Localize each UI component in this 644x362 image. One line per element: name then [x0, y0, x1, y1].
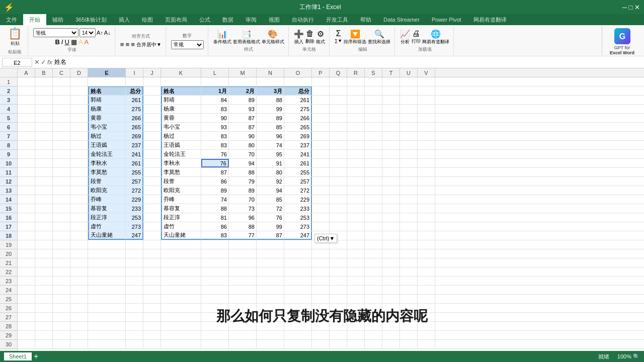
- cell-I20[interactable]: [126, 249, 143, 258]
- cell-A27[interactable]: [18, 313, 35, 321]
- window-buttons[interactable]: ─ □ ✕: [622, 4, 640, 11]
- cell-T8[interactable]: [382, 141, 400, 149]
- cell-O21[interactable]: [284, 258, 312, 267]
- cell-K9[interactable]: 金轮法王: [161, 150, 201, 158]
- cell-A18[interactable]: [18, 231, 35, 240]
- col-header-D[interactable]: D: [70, 68, 88, 77]
- cell-L27[interactable]: [201, 313, 229, 321]
- cell-B2[interactable]: [35, 86, 53, 95]
- number-format-select[interactable]: 常规: [171, 40, 204, 49]
- cell-K17[interactable]: 虚竹: [161, 222, 201, 231]
- cell-A14[interactable]: [18, 195, 35, 204]
- cell-A25[interactable]: [18, 295, 35, 303]
- cell-B24[interactable]: [35, 286, 53, 294]
- cell-L29[interactable]: [201, 331, 229, 339]
- cell-O15[interactable]: 233: [284, 204, 312, 213]
- cell-V11[interactable]: [418, 168, 435, 176]
- cell-U15[interactable]: [400, 204, 418, 213]
- bold-button[interactable]: B: [55, 38, 59, 46]
- cell-I25[interactable]: [126, 295, 143, 303]
- cell-V5[interactable]: [418, 114, 435, 122]
- cell-C14[interactable]: [53, 195, 70, 204]
- cell-S5[interactable]: [365, 114, 382, 122]
- cell-V15[interactable]: [418, 204, 435, 213]
- cell-P29[interactable]: [312, 331, 330, 339]
- cell-K16[interactable]: 段正淳: [161, 213, 201, 222]
- cell-P4[interactable]: [312, 105, 330, 113]
- cell-L12[interactable]: 86: [201, 177, 229, 186]
- cell-P15[interactable]: [312, 204, 330, 213]
- autosum-button[interactable]: Σ ∑▼: [335, 29, 342, 45]
- cell-I12[interactable]: 257: [126, 177, 143, 186]
- ribbon-tab-文件[interactable]: 文件: [0, 14, 23, 25]
- cell-B27[interactable]: [35, 313, 53, 321]
- cell-C8[interactable]: [53, 141, 70, 149]
- cell-O11[interactable]: 255: [284, 168, 312, 176]
- cell-A12[interactable]: [18, 177, 35, 186]
- cell-B8[interactable]: [35, 141, 53, 149]
- cell-I24[interactable]: [126, 286, 143, 294]
- cell-M14[interactable]: 70: [229, 195, 257, 204]
- cell-N25[interactable]: [257, 295, 284, 303]
- cell-N24[interactable]: [257, 286, 284, 294]
- cell-S2[interactable]: [365, 86, 382, 95]
- confirm-icon[interactable]: ✓: [41, 58, 46, 66]
- cell-R17[interactable]: [347, 222, 365, 231]
- cell-S30[interactable]: [365, 340, 382, 348]
- cell-R1[interactable]: [347, 77, 365, 86]
- cell-C18[interactable]: [53, 231, 70, 240]
- row-num-5[interactable]: 5: [0, 114, 17, 123]
- cell-L19[interactable]: [201, 240, 229, 249]
- cell-B1[interactable]: [35, 77, 53, 86]
- cell-A15[interactable]: [18, 204, 35, 213]
- cell-O25[interactable]: [284, 295, 312, 303]
- cell-V14[interactable]: [418, 195, 435, 204]
- cell-L7[interactable]: 83: [201, 132, 229, 140]
- cell-Q8[interactable]: [330, 141, 347, 149]
- cell-S22[interactable]: [365, 267, 382, 276]
- merge-button[interactable]: 合并居中▼: [136, 41, 162, 48]
- cell-E12[interactable]: 段誉: [88, 177, 126, 186]
- cell-A5[interactable]: [18, 114, 35, 122]
- cell-E14[interactable]: 乔峰: [88, 195, 126, 204]
- print-button[interactable]: 🖨 打印: [412, 29, 421, 45]
- cell-T19[interactable]: [382, 240, 400, 249]
- cell-O4[interactable]: 275: [284, 105, 312, 113]
- ribbon-tab-公式[interactable]: 公式: [193, 14, 216, 25]
- cell-M6[interactable]: 87: [229, 123, 257, 131]
- align-right-button[interactable]: ≡: [131, 41, 135, 48]
- cell-N21[interactable]: [257, 258, 284, 267]
- cell-S16[interactable]: [365, 213, 382, 222]
- cell-R30[interactable]: [347, 340, 365, 348]
- cell-D26[interactable]: [70, 304, 88, 312]
- cell-D20[interactable]: [70, 249, 88, 258]
- cell-Q24[interactable]: [330, 286, 347, 294]
- cell-Q12[interactable]: [330, 177, 347, 186]
- ribbon-tab-帮助[interactable]: 帮助: [354, 14, 377, 25]
- cell-D6[interactable]: [70, 123, 88, 131]
- cell-O24[interactable]: [284, 286, 312, 294]
- cell-N3[interactable]: 88: [257, 96, 284, 104]
- cell-A30[interactable]: [18, 340, 35, 348]
- cell-C11[interactable]: [53, 168, 70, 176]
- cell-R29[interactable]: [347, 331, 365, 339]
- cell-E16[interactable]: 段正淳: [88, 213, 126, 222]
- cell-I8[interactable]: 237: [126, 141, 143, 149]
- cell-E6[interactable]: 韦小宝: [88, 123, 126, 131]
- cell-E3[interactable]: 郭靖: [88, 96, 126, 104]
- cell-A7[interactable]: [18, 132, 35, 140]
- insert-cells-button[interactable]: ➕ 插入: [294, 29, 304, 45]
- cell-B10[interactable]: [35, 159, 53, 167]
- cell-R22[interactable]: [347, 267, 365, 276]
- cell-T27[interactable]: [382, 313, 400, 321]
- cell-S17[interactable]: [365, 222, 382, 231]
- sort-filter-button[interactable]: 🔽 排序和筛选: [344, 29, 366, 45]
- cell-V20[interactable]: [418, 249, 435, 258]
- cell-L28[interactable]: [201, 322, 229, 330]
- cell-D5[interactable]: [70, 114, 88, 122]
- cell-V10[interactable]: [418, 159, 435, 167]
- cell-C30[interactable]: [53, 340, 70, 348]
- row-num-27[interactable]: 27: [0, 313, 17, 322]
- row-num-4[interactable]: 4: [0, 105, 17, 114]
- cell-M17[interactable]: 88: [229, 222, 257, 231]
